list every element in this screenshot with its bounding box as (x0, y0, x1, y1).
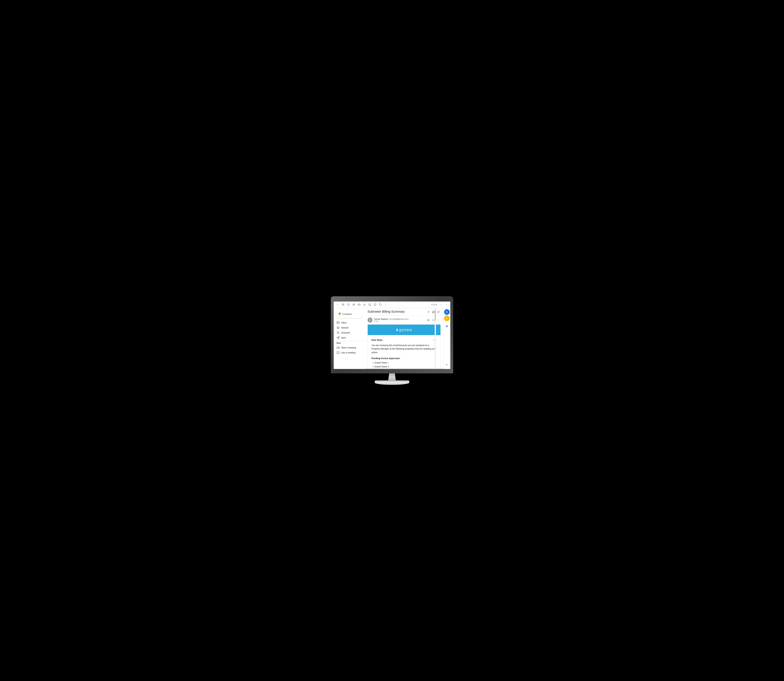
svg-rect-0 (342, 304, 344, 304)
svg-marker-12 (338, 347, 339, 348)
sidebar-item-start-meeting[interactable]: Start a meeting (334, 345, 363, 350)
compose-plus-icon: ✚ (338, 312, 341, 316)
video-camera-icon (337, 346, 340, 349)
sender-avatar: G (368, 318, 373, 323)
snooze-icon[interactable] (362, 302, 367, 307)
gmail-toolbar: ← (334, 301, 450, 308)
right-panel-divider (444, 322, 449, 322)
close-button[interactable]: ✕ (426, 310, 431, 314)
sender-to: to me (374, 320, 425, 322)
camera-dot (392, 299, 393, 300)
star-message-button[interactable] (426, 318, 431, 322)
genea-logo-icon: ▮ (396, 328, 398, 331)
email-intro: You are receiving this email because you… (371, 344, 437, 354)
sidebar-item-sent[interactable]: Sent (334, 335, 363, 340)
more-actions-icon[interactable]: ⋮ (384, 302, 388, 307)
svg-rect-14 (337, 352, 339, 353)
email-body-text: Dear Ryan, You are receiving this email … (368, 335, 441, 369)
more-message-actions[interactable]: ⋮ (436, 318, 441, 322)
right-panel-add-section: + (444, 362, 450, 368)
move-icon[interactable] (373, 302, 377, 307)
pending-invoice-title: Pending Invoice Approvals: (371, 356, 437, 360)
starred-icon (337, 326, 340, 329)
email-subject: Submeter Billing Summary (368, 310, 405, 314)
label-icon[interactable] (378, 302, 383, 307)
delete-icon[interactable] (351, 302, 356, 307)
monitor-screen: ← (334, 301, 450, 369)
email-message: G Genea Support <no-reply@genea.com> to … (365, 316, 443, 369)
calendar-panel-icon[interactable]: 31 (444, 309, 450, 315)
sidebar-sent-label: Sent (341, 336, 346, 339)
tasks-panel-icon[interactable]: ✓ (444, 315, 450, 321)
monitor-base (375, 380, 409, 385)
list-item: Grand Tower II (373, 365, 437, 368)
email-greeting: Dear Ryan, (371, 338, 437, 342)
svg-rect-5 (374, 304, 376, 305)
email-header-actions: ✕ (426, 310, 441, 314)
screen-icon (337, 351, 340, 354)
gmail-app: ← (334, 301, 450, 369)
svg-line-16 (438, 311, 439, 312)
svg-rect-7 (337, 322, 339, 324)
sender-info: Genea Support <no-reply@genea.com> to me (374, 318, 425, 322)
sidebar-item-starred[interactable]: Starred (334, 325, 363, 330)
open-new-window-button[interactable] (436, 310, 441, 314)
gmail-body: ✚ Compose Inbox (334, 308, 450, 369)
snoozed-icon (337, 331, 340, 334)
sidebar-item-snoozed[interactable]: Snoozed (334, 330, 363, 335)
svg-rect-13 (337, 347, 338, 348)
scrollbar-thumb[interactable] (435, 309, 436, 320)
next-email-button[interactable]: › (444, 302, 449, 307)
scrollbar-track[interactable] (435, 308, 436, 369)
compose-label: Compose (343, 313, 352, 315)
svg-marker-17 (427, 319, 429, 321)
svg-marker-8 (337, 326, 339, 329)
back-button[interactable]: ← (335, 302, 340, 307)
email-counter: 5 of 24 (432, 304, 437, 306)
monitor-neck (387, 373, 397, 380)
sidebar-item-join-meeting[interactable]: Join a meeting (334, 350, 363, 355)
monitor: ← (331, 296, 453, 385)
sent-icon (337, 336, 340, 339)
svg-point-18 (446, 325, 447, 326)
svg-rect-15 (433, 312, 434, 313)
add-panel-icon[interactable]: + (444, 362, 450, 368)
mark-read-icon[interactable] (357, 302, 361, 307)
genea-logo: ▮ Genea (396, 328, 412, 332)
join-meeting-label: Join a meeting (341, 352, 356, 354)
meet-section-label: Meet (334, 342, 365, 345)
sender-email-text: <no-reply@genea.com> (389, 318, 409, 320)
right-panel: 31 ✓ + (443, 308, 450, 369)
sidebar-inbox-label: Inbox (341, 321, 346, 324)
sidebar-starred-label: Starred (341, 326, 348, 329)
pending-invoice-list: Grand Tower I Grand Tower II (371, 361, 437, 368)
monitor-bezel: ← (331, 296, 453, 373)
expand-arrow[interactable]: › (433, 338, 434, 341)
list-item: Grand Tower I (373, 361, 437, 364)
prev-email-button[interactable]: ‹ (439, 302, 443, 307)
email-content-area: Submeter Billing Summary ✕ (365, 308, 443, 369)
sidebar-item-inbox[interactable]: Inbox (334, 320, 363, 325)
sender-actions: ⋮ (426, 318, 441, 322)
sidebar-snoozed-label: Snoozed (341, 331, 350, 334)
inbox-icon (337, 321, 340, 324)
done-icon[interactable] (368, 302, 372, 307)
genea-logo-text: Genea (399, 328, 412, 332)
start-meeting-label: Start a meeting (341, 346, 356, 349)
email-header: Submeter Billing Summary ✕ (365, 308, 443, 316)
email-banner: ▮ Genea (368, 325, 441, 335)
compose-button[interactable]: ✚ Compose (335, 310, 363, 318)
archive-icon[interactable] (341, 302, 345, 307)
sender-row: G Genea Support <no-reply@genea.com> to … (368, 318, 441, 323)
spam-icon[interactable] (346, 302, 351, 307)
sidebar: ✚ Compose Inbox (334, 308, 365, 369)
sender-name: Genea Support <no-reply@genea.com> (374, 318, 425, 320)
contacts-panel-icon[interactable] (444, 323, 450, 329)
email-body-content: ▮ Genea Dear Ryan, You are receiving thi… (368, 325, 441, 369)
camera-area (334, 299, 450, 300)
